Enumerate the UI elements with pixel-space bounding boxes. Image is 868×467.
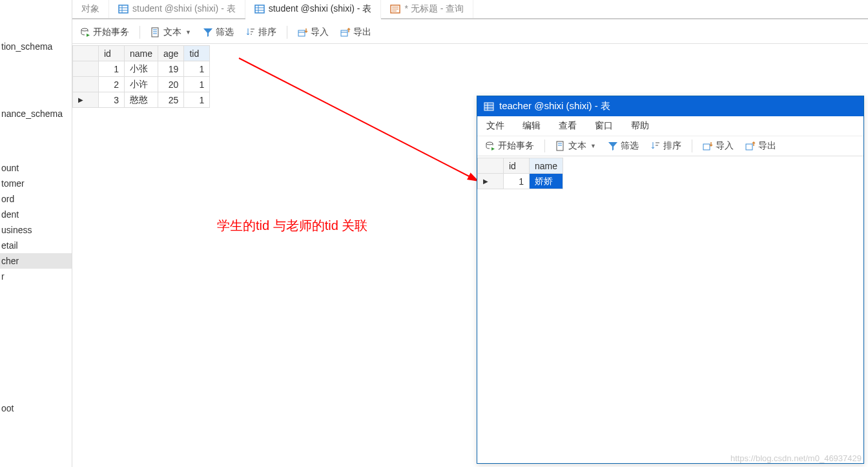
svg-point-29 bbox=[486, 142, 493, 145]
sort-button[interactable]: 排序 bbox=[648, 139, 684, 153]
dropdown-arrow-icon: ▼ bbox=[590, 143, 596, 149]
menu-help[interactable]: 帮助 bbox=[631, 120, 649, 132]
table-icon bbox=[118, 4, 129, 14]
export-button[interactable]: 导出 bbox=[338, 25, 374, 39]
table-icon bbox=[254, 4, 265, 14]
tab-student-2[interactable]: student @shixi (shixi) - 表 bbox=[245, 0, 382, 19]
sidebar-item[interactable]: usiness bbox=[0, 222, 72, 238]
dropdown-arrow-icon: ▼ bbox=[185, 29, 191, 36]
import-icon bbox=[703, 141, 713, 151]
toolbar: 开始事务 文本 ▼ 筛选 排序 导入 导出 bbox=[72, 21, 868, 44]
begin-transaction-button[interactable]: 开始事务 bbox=[482, 139, 537, 153]
tab-label: student @shixi (shixi) - 表 bbox=[132, 3, 236, 15]
table-icon bbox=[484, 101, 494, 112]
column-header[interactable]: id bbox=[504, 158, 530, 174]
cell-name-selected[interactable]: 娇娇 bbox=[530, 174, 563, 189]
svg-rect-20 bbox=[298, 30, 305, 36]
cell-age[interactable]: 20 bbox=[158, 77, 184, 92]
sidebar-item[interactable]: ord bbox=[0, 191, 72, 207]
toolbar-label: 开始事务 bbox=[93, 26, 129, 38]
cell-age[interactable]: 25 bbox=[158, 92, 184, 108]
database-play-icon bbox=[80, 27, 90, 37]
svg-line-24 bbox=[239, 58, 478, 181]
sidebar-item[interactable]: r bbox=[0, 269, 72, 284]
text-button[interactable]: 文本 ▼ bbox=[148, 25, 194, 39]
toolbar-label: 筛选 bbox=[621, 140, 639, 152]
sidebar-item[interactable]: etail bbox=[0, 238, 72, 253]
cell-name[interactable]: 小张 bbox=[125, 61, 158, 77]
column-header[interactable]: name bbox=[530, 158, 563, 174]
column-header[interactable]: name bbox=[125, 46, 158, 61]
teacher-window: teacher @shixi (shixi) - 表 文件 编辑 查看 窗口 帮… bbox=[477, 96, 864, 464]
svg-rect-0 bbox=[119, 5, 128, 13]
menu-view[interactable]: 查看 bbox=[559, 120, 577, 132]
menu-edit[interactable]: 编辑 bbox=[522, 120, 541, 132]
column-header[interactable]: id bbox=[99, 46, 125, 61]
table-row[interactable]: 2 小许 20 1 bbox=[73, 77, 210, 92]
table-header-row: id name bbox=[478, 158, 563, 174]
cell-id[interactable]: 1 bbox=[99, 61, 125, 77]
table-header-row: id name age tid bbox=[73, 46, 210, 61]
toolbar-label: 筛选 bbox=[216, 26, 234, 38]
cell-name[interactable]: 憨憨 bbox=[125, 92, 158, 108]
svg-rect-30 bbox=[557, 141, 563, 150]
column-header[interactable]: age bbox=[158, 46, 184, 61]
column-header-tid[interactable]: tid bbox=[184, 46, 210, 61]
funnel-icon bbox=[203, 27, 213, 37]
tab-objects[interactable]: 对象 bbox=[72, 0, 109, 18]
toolbar-label: 排序 bbox=[258, 26, 276, 38]
sidebar-item[interactable]: tomer bbox=[0, 176, 72, 191]
funnel-icon bbox=[608, 141, 618, 151]
toolbar-separator bbox=[544, 140, 545, 152]
begin-transaction-button[interactable]: 开始事务 bbox=[78, 25, 132, 39]
import-icon bbox=[298, 27, 308, 37]
menu-window[interactable]: 窗口 bbox=[595, 120, 613, 132]
sidebar-item[interactable]: tion_schema bbox=[0, 39, 72, 54]
table-row[interactable]: 1 小张 19 1 bbox=[73, 61, 210, 77]
cell-name[interactable]: 小许 bbox=[125, 77, 158, 92]
cell-tid[interactable]: 1 bbox=[184, 92, 210, 108]
cell-tid[interactable]: 1 bbox=[184, 77, 210, 92]
sidebar-item-selected[interactable]: cher bbox=[0, 253, 72, 269]
cell-id[interactable]: 3 bbox=[99, 92, 125, 108]
text-button[interactable]: 文本 ▼ bbox=[553, 139, 599, 153]
tabs: 对象 student @shixi (shixi) - 表 student @s… bbox=[72, 0, 868, 19]
tab-label: student @shixi (shixi) - 表 bbox=[269, 3, 372, 15]
row-indicator bbox=[73, 61, 99, 77]
svg-rect-25 bbox=[484, 103, 493, 110]
sidebar-item[interactable]: oot bbox=[0, 400, 72, 416]
cell-age[interactable]: 19 bbox=[158, 61, 184, 77]
cell-id[interactable]: 2 bbox=[99, 77, 125, 92]
filter-button[interactable]: 筛选 bbox=[200, 25, 236, 39]
table-row[interactable]: ▶ 1 娇娇 bbox=[478, 174, 563, 189]
sidebar-item[interactable]: dent bbox=[0, 207, 72, 222]
import-button[interactable]: 导入 bbox=[700, 139, 736, 153]
toolbar-label: 导出 bbox=[758, 140, 776, 152]
filter-button[interactable]: 筛选 bbox=[605, 139, 641, 153]
svg-rect-4 bbox=[255, 5, 264, 13]
tab-label: 对象 bbox=[81, 3, 99, 15]
teacher-table: id name ▶ 1 娇娇 bbox=[477, 158, 863, 189]
tab-query[interactable]: * 无标题 - 查询 bbox=[381, 0, 473, 18]
svg-point-12 bbox=[81, 28, 88, 31]
sort-icon bbox=[650, 141, 661, 151]
svg-rect-13 bbox=[152, 28, 158, 37]
sort-icon bbox=[245, 27, 256, 37]
export-button[interactable]: 导出 bbox=[743, 139, 779, 153]
toolbar-separator bbox=[692, 140, 692, 152]
row-indicator: ▶ bbox=[73, 92, 99, 108]
window-titlebar[interactable]: teacher @shixi (shixi) - 表 bbox=[477, 96, 863, 116]
toolbar-separator bbox=[287, 26, 287, 39]
cell-id[interactable]: 1 bbox=[504, 174, 530, 189]
menu-file[interactable]: 文件 bbox=[486, 120, 504, 132]
tab-student-1[interactable]: student @shixi (shixi) - 表 bbox=[109, 0, 245, 18]
svg-rect-22 bbox=[341, 30, 347, 36]
sort-button[interactable]: 排序 bbox=[243, 25, 279, 39]
import-button[interactable]: 导入 bbox=[295, 25, 331, 39]
cell-tid[interactable]: 1 bbox=[184, 61, 210, 77]
sidebar-item[interactable]: nance_schema bbox=[0, 106, 72, 121]
row-indicator: ▶ bbox=[478, 174, 504, 189]
watermark: https://blog.csdn.net/m0_46937429 bbox=[730, 453, 862, 463]
table-row[interactable]: ▶ 3 憨憨 25 1 bbox=[73, 92, 210, 108]
sidebar-item[interactable]: ount bbox=[0, 160, 72, 176]
